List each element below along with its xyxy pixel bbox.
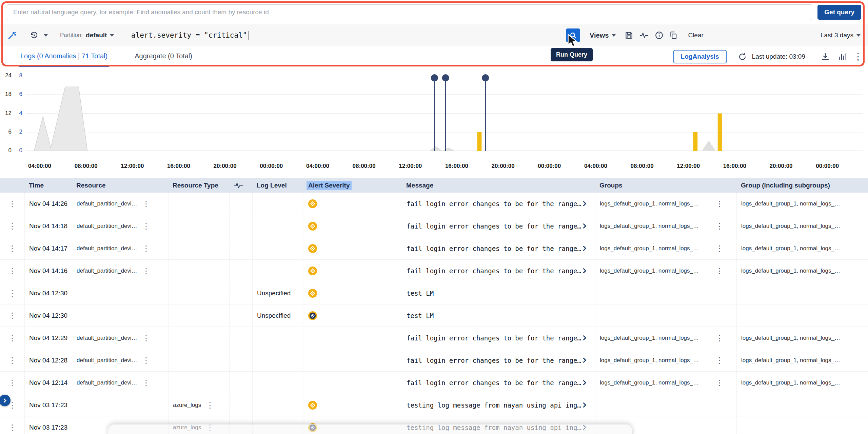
row-kebab-icon[interactable]: ⋮ — [203, 423, 217, 432]
save-view-icon[interactable] — [625, 31, 633, 40]
cell-resource: default_partition_devi…⋮ — [72, 327, 168, 349]
row-kebab-icon[interactable]: ⋮ — [139, 379, 153, 387]
col-header-alert-severity[interactable]: Alert Severity — [302, 178, 402, 193]
nl-query-input[interactable] — [7, 4, 812, 20]
x-tick-label: 12:00:00 — [399, 163, 422, 170]
expand-message-chevron-icon[interactable] — [581, 380, 587, 386]
severity-warning-icon — [308, 199, 317, 209]
row-kebab-icon[interactable]: ⋮ — [5, 244, 19, 253]
log-row[interactable]: ⋮Nov 04 14:17default_partition_devi…⋮fai… — [0, 237, 868, 260]
log-time: Nov 03 17:23 — [29, 424, 67, 431]
row-kebab-icon[interactable]: ⋮ — [713, 200, 726, 208]
cell-time: Nov 04 12:30 — [24, 304, 72, 327]
row-kebab-icon[interactable]: ⋮ — [713, 334, 726, 342]
row-kebab-icon[interactable]: ⋮ — [139, 200, 153, 208]
row-kebab-icon[interactable]: ⋮ — [713, 379, 726, 387]
info-icon[interactable] — [655, 31, 664, 40]
row-kebab-icon[interactable]: ⋮ — [203, 401, 217, 409]
anomaly-detection-icon[interactable] — [639, 32, 649, 39]
row-kebab-icon[interactable]: ⋮ — [5, 312, 19, 320]
run-query-tooltip: Run Query — [551, 48, 593, 61]
cell-resource: default_partition_devi…⋮ — [72, 193, 168, 215]
row-kebab-icon[interactable]: ⋮ — [5, 334, 19, 342]
row-kebab-icon[interactable]: ⋮ — [713, 356, 726, 364]
x-tick-label: 20:00:00 — [492, 163, 515, 170]
col-header-groups[interactable]: Groups — [595, 178, 736, 193]
copy-icon[interactable] — [669, 31, 678, 40]
col-header-resource-type[interactable]: Resource Type — [168, 178, 229, 193]
log-time: Nov 04 14:17 — [29, 245, 67, 252]
row-kebab-icon[interactable]: ⋮ — [139, 356, 153, 364]
log-row[interactable]: ⋮Nov 04 14:18default_partition_devi…⋮fai… — [0, 215, 868, 237]
log-row[interactable]: ⋮Nov 03 17:23azure_logs⋮testing log mess… — [0, 394, 868, 416]
cell-resource-type — [168, 215, 229, 237]
row-kebab-icon[interactable]: ⋮ — [5, 200, 19, 208]
magic-wand-icon[interactable] — [7, 31, 17, 40]
log-analysis-button[interactable]: LogAnalysis — [673, 50, 727, 63]
refresh-icon[interactable] — [738, 53, 747, 61]
log-row[interactable]: ⋮Nov 04 12:30Unspecifiedtest LM — [0, 282, 868, 304]
cell-alert-severity — [302, 237, 402, 259]
log-row[interactable]: ⋮Nov 04 14:26default_partition_devi…⋮fai… — [0, 193, 868, 215]
row-kebab-icon[interactable]: ⋮ — [5, 289, 19, 297]
expand-message-chevron-icon[interactable] — [581, 425, 587, 430]
log-row[interactable]: ⋮Nov 03 17:23azure_logs⋮testing log mess… — [0, 416, 868, 434]
severity-warning-selected-icon — [308, 423, 317, 432]
get-query-button[interactable]: Get query — [817, 5, 861, 20]
row-kebab-icon[interactable]: ⋮ — [5, 423, 19, 432]
col-header-message[interactable]: Message — [402, 178, 595, 193]
query-history-button[interactable] — [29, 31, 48, 40]
expand-message-chevron-icon[interactable] — [581, 246, 587, 251]
log-row[interactable]: ⋮Nov 04 12:14default_partition_devi…⋮fai… — [0, 372, 868, 394]
cell-resource-type — [168, 282, 229, 304]
log-row[interactable]: ⋮Nov 04 12:29default_partition_devi…⋮fai… — [0, 327, 868, 349]
row-kebab-icon[interactable]: ⋮ — [139, 334, 153, 342]
cell-groups: logs_default_group_1, normal_logs_…⋮ — [595, 237, 736, 259]
log-row[interactable]: ⋮Nov 04 12:28default_partition_devi…⋮fai… — [0, 349, 868, 372]
log-time: Nov 04 14:26 — [29, 200, 67, 208]
row-kebab-icon[interactable]: ⋮ — [139, 244, 153, 253]
row-kebab-icon[interactable]: ⋮ — [713, 267, 726, 275]
tab-logs[interactable]: Logs (0 Anomalies | 71 Total) — [19, 46, 109, 67]
x-tick-label: 08:00:00 — [75, 163, 98, 170]
row-kebab-icon[interactable]: ⋮ — [5, 379, 19, 387]
log-row[interactable]: ⋮Nov 04 14:16default_partition_devi…⋮fai… — [0, 260, 868, 282]
row-kebab-icon[interactable]: ⋮ — [5, 222, 19, 230]
time-range-dropdown[interactable]: Last 3 days — [821, 32, 861, 39]
chart-canvas[interactable] — [0, 67, 868, 158]
cell-resource-type — [168, 372, 229, 394]
insights-chart-icon[interactable] — [838, 52, 847, 61]
col-header-time[interactable]: Time — [24, 178, 72, 193]
clear-button[interactable]: Clear — [688, 32, 703, 39]
partition-selector[interactable]: Partition: default — [60, 32, 114, 39]
views-dropdown[interactable]: Views — [590, 32, 616, 39]
col-header-group-subgroups[interactable]: Group (including subgroups) — [736, 178, 868, 193]
col-header-log-level[interactable]: Log Level — [252, 178, 302, 193]
expand-message-chevron-icon[interactable] — [581, 402, 587, 408]
cell-alert-severity — [302, 193, 402, 215]
download-icon[interactable] — [821, 52, 830, 61]
cell-message: test LM — [402, 304, 595, 327]
row-kebab-icon[interactable]: ⋮ — [713, 244, 726, 253]
more-options-kebab-icon[interactable]: ⋮ — [853, 52, 863, 61]
log-level: Unspecified — [257, 312, 291, 319]
x-tick-label: 12:00:00 — [677, 163, 700, 170]
row-kebab-icon[interactable]: ⋮ — [139, 222, 153, 230]
log-row[interactable]: ⋮Nov 04 12:30Unspecifiedtest LM — [0, 304, 868, 327]
col-header-anomaly[interactable] — [229, 178, 252, 193]
row-kebab-icon[interactable]: ⋮ — [139, 267, 153, 275]
expand-message-chevron-icon[interactable] — [581, 335, 587, 341]
query-editor[interactable]: _alert.severity = "critical" — [127, 31, 249, 40]
tab-aggregate[interactable]: Aggregate (0 Total) — [133, 46, 194, 67]
expand-message-chevron-icon[interactable] — [581, 223, 587, 229]
chevron-down-icon — [44, 34, 48, 37]
expand-message-chevron-icon[interactable] — [581, 268, 587, 274]
row-kebab-icon[interactable]: ⋮ — [5, 356, 19, 364]
expand-message-chevron-icon[interactable] — [581, 201, 587, 206]
expand-message-chevron-icon[interactable] — [581, 358, 587, 363]
resource-name: default_partition_devi… — [77, 268, 137, 274]
row-kebab-icon[interactable]: ⋮ — [5, 267, 19, 275]
row-kebab-icon[interactable]: ⋮ — [713, 222, 726, 230]
chevron-down-icon — [856, 34, 861, 37]
col-header-resource[interactable]: Resource — [72, 178, 168, 193]
